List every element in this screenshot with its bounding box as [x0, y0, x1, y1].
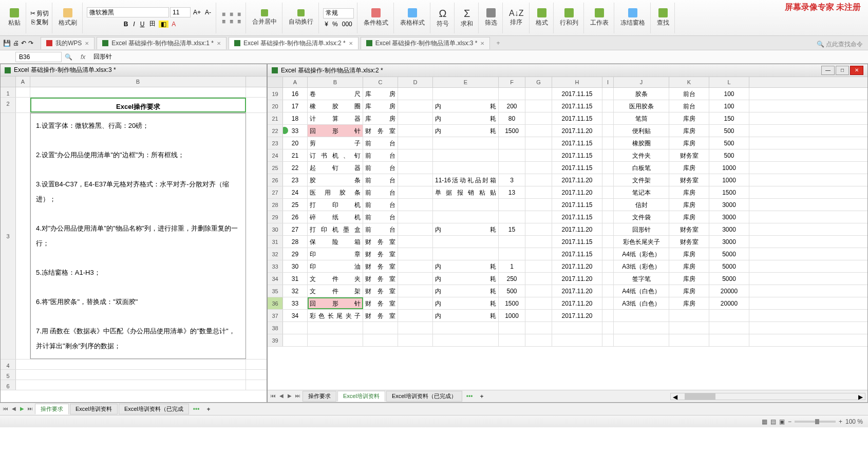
cell[interactable]: 33	[283, 297, 308, 309]
cell[interactable]	[602, 186, 614, 198]
cell[interactable]: 订书机、钉	[308, 149, 363, 161]
comma-icon[interactable]: 000	[341, 21, 354, 28]
cell[interactable]	[602, 248, 614, 260]
cell[interactable]	[398, 236, 433, 248]
cell[interactable]	[602, 334, 614, 346]
cell[interactable]: 库房	[669, 273, 709, 285]
qat-print-icon[interactable]: 🖨	[13, 40, 19, 47]
cell[interactable]: 2017.11.15	[552, 100, 602, 112]
cell[interactable]	[308, 322, 363, 334]
cell[interactable]: 2017.11.15	[552, 149, 602, 161]
search-hint[interactable]: 🔍 点此查找命令	[817, 40, 863, 49]
next-sheet-button[interactable]: ▶	[18, 406, 26, 413]
cell[interactable]	[398, 273, 433, 285]
cell[interactable]	[398, 112, 433, 124]
row-header[interactable]: 25	[268, 162, 283, 174]
row-header[interactable]: 37	[268, 310, 283, 321]
cell[interactable]: 2017.11.20	[552, 297, 602, 309]
requirements-title[interactable]: Excel操作要求	[30, 98, 246, 112]
cell[interactable]: 2017.11.20	[552, 174, 602, 186]
cell[interactable]: 库房	[363, 100, 398, 112]
cell[interactable]: 文件夹	[614, 149, 669, 161]
cell[interactable]: 5000	[709, 260, 749, 272]
sort-button[interactable]: A↓Z排序	[507, 8, 525, 28]
cell[interactable]	[602, 162, 614, 174]
cell[interactable]: 财务室	[363, 273, 398, 285]
cell[interactable]: 23	[283, 174, 308, 186]
zoom-out-button[interactable]: −	[788, 418, 791, 425]
cell[interactable]	[525, 236, 552, 248]
cell[interactable]	[525, 137, 552, 149]
maximize-button[interactable]: □	[836, 66, 849, 75]
col-header-B[interactable]: B	[30, 77, 246, 87]
cell[interactable]	[602, 236, 614, 248]
add-sheet-button[interactable]: +	[203, 406, 213, 413]
decrease-font-icon[interactable]: A-	[203, 9, 213, 16]
cell[interactable]: 前台	[363, 186, 398, 198]
cell[interactable]: 便利贴	[614, 125, 669, 137]
col-header-I[interactable]: I	[602, 77, 614, 87]
freeze-button[interactable]: 冻结窗格	[618, 7, 647, 28]
cell[interactable]: 18	[283, 112, 308, 124]
cell[interactable]	[499, 149, 525, 161]
cell[interactable]: 打印机	[308, 199, 363, 211]
row-header[interactable]: 31	[268, 236, 283, 248]
cell[interactable]	[614, 310, 669, 321]
cell[interactable]	[602, 322, 614, 334]
document-tab[interactable]: Excel 基础操作-制作物品清单.xlsx:2 *✕	[229, 37, 358, 49]
cell[interactable]: 2017.11.15	[552, 112, 602, 124]
formula-input[interactable]: 回形针	[90, 51, 868, 62]
cell[interactable]: 单据报销粘贴	[433, 186, 499, 198]
cell[interactable]	[499, 248, 525, 260]
cell[interactable]	[398, 162, 433, 174]
col-header-C[interactable]: C	[363, 77, 398, 87]
qat-undo-icon[interactable]: ↶	[21, 40, 26, 47]
row-header[interactable]: 26	[268, 174, 283, 186]
cell[interactable]	[433, 248, 499, 260]
cell[interactable]: 库房	[669, 199, 709, 211]
cell[interactable]	[398, 88, 433, 100]
cell[interactable]: 印章	[308, 248, 363, 260]
cell[interactable]	[552, 334, 602, 346]
cell[interactable]: 笔筒	[614, 112, 669, 124]
cell[interactable]	[499, 211, 525, 223]
col-header-F[interactable]: F	[499, 77, 525, 87]
cell[interactable]: 财务室	[363, 248, 398, 260]
cell[interactable]: 库房	[669, 186, 709, 198]
align-center-icon[interactable]: ≡	[228, 18, 235, 25]
cell[interactable]	[398, 125, 433, 137]
cell[interactable]	[398, 310, 433, 321]
cell[interactable]: 20	[283, 137, 308, 149]
row-header[interactable]: 28	[268, 199, 283, 211]
cell[interactable]: 2017.11.20	[552, 223, 602, 235]
cell[interactable]	[433, 137, 499, 149]
cell[interactable]	[602, 137, 614, 149]
cell[interactable]: 内耗	[433, 125, 499, 137]
col-header-D[interactable]: D	[398, 77, 433, 87]
sheet-tab[interactable]: Excel培训资料（已完成	[119, 404, 189, 414]
cell[interactable]: 财务室	[669, 174, 709, 186]
cell[interactable]: 2017.11.20	[552, 260, 602, 272]
cell[interactable]: 卷尺	[308, 88, 363, 100]
filter-button[interactable]: 筛选	[483, 7, 499, 28]
cell[interactable]: 17	[283, 100, 308, 112]
row-header[interactable]: 35	[268, 285, 283, 297]
cell[interactable]: 回形针	[308, 125, 363, 137]
cell[interactable]	[398, 199, 433, 211]
cell[interactable]: 1500	[709, 186, 749, 198]
cell[interactable]: 24	[283, 186, 308, 198]
close-button[interactable]: ✕	[850, 66, 863, 75]
cell[interactable]	[614, 322, 669, 334]
last-sheet-button[interactable]: ⏭	[294, 393, 301, 400]
row-header[interactable]: 33	[268, 260, 283, 272]
paste-button[interactable]: 粘贴	[6, 7, 23, 28]
cell[interactable]	[525, 285, 552, 297]
close-tab-icon[interactable]: ✕	[480, 41, 484, 46]
cell[interactable]: 2017.11.20	[552, 186, 602, 198]
cell[interactable]	[709, 334, 749, 346]
cell[interactable]	[525, 186, 552, 198]
cell[interactable]: 内耗	[433, 100, 499, 112]
cell[interactable]	[525, 149, 552, 161]
cell[interactable]: 前台	[363, 149, 398, 161]
cell[interactable]: 内耗	[433, 310, 499, 321]
